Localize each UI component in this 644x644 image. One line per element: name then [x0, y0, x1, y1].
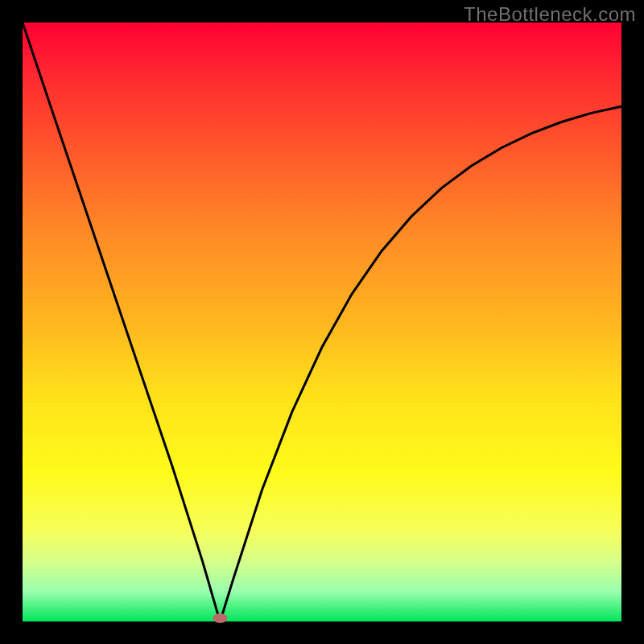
- watermark-text: TheBottleneck.com: [464, 3, 636, 26]
- bottleneck-curve: [23, 23, 621, 621]
- optimal-point-marker: [213, 613, 228, 623]
- chart-plot-area: [23, 23, 621, 621]
- chart-svg: [23, 23, 621, 621]
